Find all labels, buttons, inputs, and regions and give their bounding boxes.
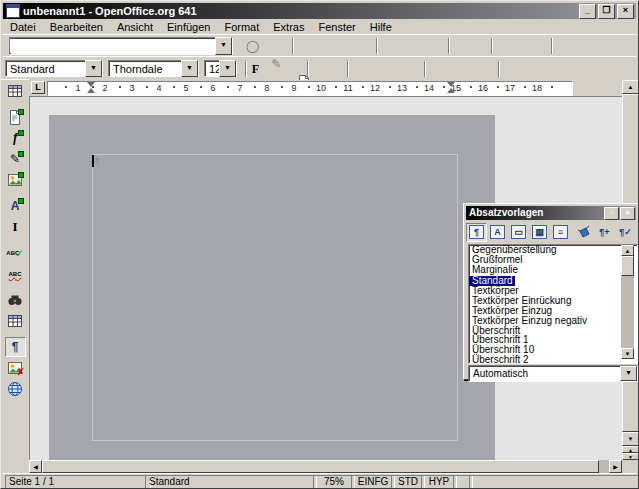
insert-button[interactable] xyxy=(5,107,26,127)
character-styles-button[interactable]: A xyxy=(487,223,508,242)
size-dropdown-arrow[interactable]: ▼ xyxy=(219,60,236,77)
dropdown-indicator xyxy=(18,151,24,157)
ruler-number: 6 xyxy=(210,83,215,93)
font-dropdown-arrow[interactable]: ▼ xyxy=(181,60,198,77)
style-list-item[interactable]: Marginalie xyxy=(469,265,637,275)
url-input[interactable] xyxy=(10,39,215,53)
font-name-value: Thorndale xyxy=(109,62,181,76)
stylist-title-bar[interactable]: Absatzvorlagen ▫ × xyxy=(466,206,636,220)
auto-spellcheck-button[interactable]: ABC xyxy=(5,264,26,284)
ruler-tick xyxy=(200,86,202,88)
font-size-combobox[interactable]: 12 ▼ xyxy=(204,60,237,77)
list-scroll-down-button[interactable]: ▼ xyxy=(621,348,634,359)
scroll-left-button[interactable]: ◀ xyxy=(29,460,42,473)
menu-einfuegen[interactable]: Einfügen xyxy=(160,20,217,34)
ruler-scale[interactable]: 123456789101112131415161718 xyxy=(47,81,573,96)
ruler-tick xyxy=(119,86,121,88)
data-sources-button[interactable] xyxy=(5,311,26,331)
left-indent-marker[interactable] xyxy=(87,88,95,93)
style-list[interactable]: GegenüberstellungGrußformelMarginalieSta… xyxy=(468,244,638,364)
frame-styles-button[interactable]: ▭ xyxy=(508,223,529,242)
direct-cursor-button[interactable]: I xyxy=(5,217,26,237)
next-page-button[interactable]: ▼ xyxy=(622,453,639,460)
paragraph-style-combobox[interactable]: Standard ▼ xyxy=(5,60,103,77)
numbering-styles-button[interactable]: ≡ xyxy=(550,223,571,242)
menu-bearbeiten[interactable]: Bearbeiten xyxy=(43,20,110,34)
ruler-number: 18 xyxy=(532,83,542,93)
insert-table-button[interactable] xyxy=(5,81,26,101)
ruler-tick xyxy=(362,86,364,88)
list-scroll-thumb[interactable] xyxy=(621,256,634,276)
find-replace-button[interactable] xyxy=(5,290,26,310)
filter-dropdown-arrow[interactable]: ▼ xyxy=(620,366,637,381)
new-style-from-selection-button[interactable]: ¶+ xyxy=(594,223,615,242)
ruler-tick xyxy=(416,86,418,88)
list-scroll-up-button[interactable]: ▲ xyxy=(621,245,634,256)
scroll-right-button[interactable]: ▶ xyxy=(609,460,622,473)
fill-format-mode-button[interactable] xyxy=(573,223,594,242)
style-list-item[interactable]: Überschrift 2 xyxy=(469,355,637,364)
arrow-down-icon: ▼ xyxy=(628,436,634,442)
page-styles-button[interactable]: ▤ xyxy=(529,223,550,242)
stylist-dock-button[interactable]: ▫ xyxy=(604,207,619,220)
first-line-indent-marker[interactable] xyxy=(87,82,95,87)
url-combobox[interactable]: ▼ xyxy=(9,37,233,55)
ruler-tick xyxy=(227,86,229,88)
spellcheck-button[interactable]: ABC✓ xyxy=(5,243,26,263)
style-dropdown-arrow[interactable]: ▼ xyxy=(85,60,102,77)
title-bar[interactable]: unbenannt1 - OpenOffice.org 641 _ ❐ × xyxy=(3,3,636,19)
status-zoom[interactable]: 75% xyxy=(313,475,355,489)
scroll-down-button[interactable]: ▼ xyxy=(622,432,639,446)
menu-extras[interactable]: Extras xyxy=(266,20,311,34)
horizontal-scrollbar[interactable]: ◀ ▶ xyxy=(29,460,622,473)
arrow-up-icon: ▲ xyxy=(628,84,634,90)
graphics-onoff-button[interactable]: ✗ xyxy=(5,358,26,378)
ruler-tick xyxy=(281,86,283,88)
horizontal-ruler[interactable]: 123456789101112131415161718 xyxy=(47,80,622,95)
paragraph-styles-icon: ¶ xyxy=(469,225,484,239)
font-name-combobox[interactable]: Thorndale ▼ xyxy=(108,60,199,77)
stylist-close-button[interactable]: × xyxy=(620,207,635,220)
tab-stop-selector[interactable]: L xyxy=(31,81,45,94)
status-insert-mode[interactable]: EINFG xyxy=(351,475,395,489)
arrow-down-icon: ▼ xyxy=(625,351,631,357)
nonprinting-characters-button[interactable]: ¶ xyxy=(5,337,26,357)
maximize-button[interactable]: ❐ xyxy=(598,4,615,19)
horizontal-scroll-thumb[interactable] xyxy=(42,460,599,473)
status-style[interactable]: Standard xyxy=(145,475,317,489)
style-list-scrollbar[interactable]: ▲ ▼ xyxy=(621,245,634,359)
right-indent-marker[interactable] xyxy=(447,88,455,93)
menu-format[interactable]: Format xyxy=(217,20,266,34)
status-selection-mode[interactable]: STD xyxy=(391,475,425,489)
stylist-window[interactable]: Absatzvorlagen ▫ × ¶ A ▭ ▤ ≡ ¶+ ¶✓ Gegen… xyxy=(463,203,639,380)
document-page[interactable]: ¶ xyxy=(49,115,495,461)
paragraph-styles-button[interactable]: ¶ xyxy=(466,223,487,242)
draw-functions-button[interactable]: ✎ xyxy=(5,149,26,169)
style-filter-combobox[interactable]: Automatisch ▼ xyxy=(468,365,638,382)
menu-ansicht[interactable]: Ansicht xyxy=(110,20,160,34)
status-hyperlink-mode[interactable]: HYP xyxy=(421,475,457,489)
menu-hilfe[interactable]: Hilfe xyxy=(363,20,399,34)
menu-datei[interactable]: Datei xyxy=(3,20,43,34)
update-style-button[interactable]: ¶✓ xyxy=(615,223,636,242)
scroll-up-button[interactable]: ▲ xyxy=(622,80,639,94)
menu-fenster[interactable]: Fenster xyxy=(311,20,362,34)
ruler-tick xyxy=(335,86,337,88)
text-boundary xyxy=(92,154,458,441)
stop-loading-button[interactable]: ◯ xyxy=(243,37,262,55)
autotext-button[interactable]: A xyxy=(5,196,26,216)
arrow-left-icon: ◀ xyxy=(33,463,38,470)
insert-fields-button[interactable]: ƒ xyxy=(5,128,26,148)
ruler-number: 7 xyxy=(237,83,242,93)
right-indent-marker-top[interactable] xyxy=(447,82,455,87)
bold-button[interactable]: F xyxy=(246,60,265,78)
online-layout-button[interactable] xyxy=(5,379,26,399)
double-arrow-up-icon: ▲ xyxy=(628,447,633,453)
close-button[interactable]: × xyxy=(617,4,634,19)
minimize-button[interactable]: _ xyxy=(579,4,596,19)
form-functions-button[interactable] xyxy=(5,170,26,190)
status-page[interactable]: Seite 1 / 1 xyxy=(5,475,151,489)
paragraph-style-value: Standard xyxy=(6,62,85,76)
previous-page-button[interactable]: ▲ xyxy=(622,446,639,453)
url-dropdown-arrow[interactable]: ▼ xyxy=(215,37,232,55)
